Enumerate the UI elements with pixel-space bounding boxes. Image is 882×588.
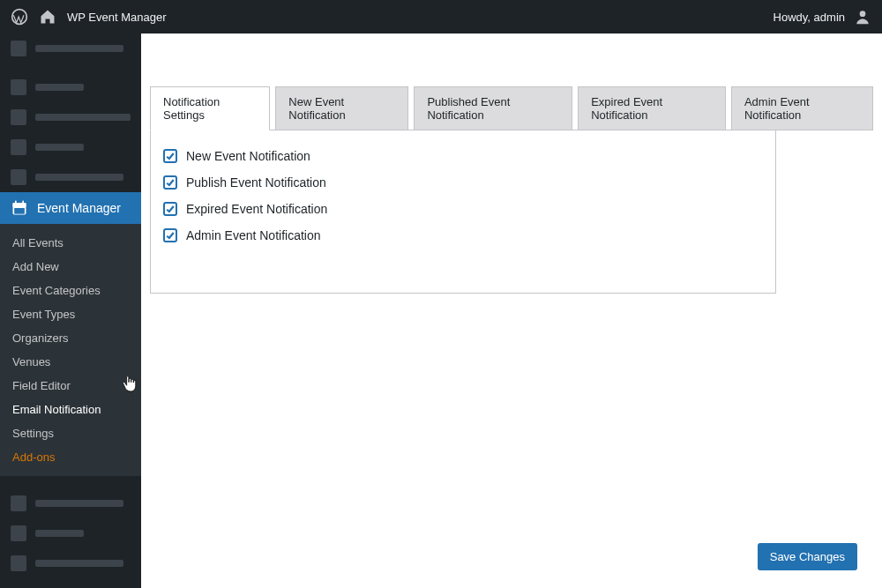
svg-point-1: [860, 11, 866, 17]
submenu-item-venues[interactable]: Venues: [0, 350, 141, 374]
tab-published-event-notification[interactable]: Published Event Notification: [414, 86, 572, 130]
menu-icon-placeholder: [11, 139, 26, 155]
sidebar-item-label: Event Manager: [37, 201, 121, 215]
sidebar-item-placeholder[interactable]: [0, 132, 141, 162]
sidebar-item-placeholder[interactable]: [0, 102, 141, 132]
howdy-label: Howdy, admin: [774, 11, 845, 24]
submenu-item-all-events[interactable]: All Events: [0, 231, 141, 255]
menu-icon-placeholder: [11, 169, 26, 185]
sidebar-item-placeholder[interactable]: [0, 72, 141, 102]
menu-icon-placeholder: [11, 495, 26, 511]
submenu-item-email-notification[interactable]: Email Notification: [0, 398, 141, 421]
settings-tabs: Notification Settings New Event Notifica…: [150, 86, 873, 130]
tab-admin-event-notification[interactable]: Admin Event Notification: [731, 86, 873, 130]
submenu-item-event-types[interactable]: Event Types: [0, 302, 141, 326]
admin-sidebar: Event Manager All Events Add New Event C…: [0, 33, 141, 588]
save-changes-button[interactable]: Save Changes: [758, 543, 857, 570]
admin-bar: WP Event Manager Howdy, admin: [0, 0, 882, 33]
home-icon[interactable]: [39, 8, 56, 26]
settings-panel: New Event Notification Publish Event Not…: [150, 130, 776, 294]
user-avatar-icon[interactable]: [854, 8, 871, 26]
site-title[interactable]: WP Event Manager: [67, 11, 166, 24]
checkbox-label: New Event Notification: [186, 149, 310, 163]
submenu-item-addons[interactable]: Add-ons: [0, 445, 141, 469]
menu-icon-placeholder: [11, 41, 26, 56]
calendar-icon: [11, 199, 28, 217]
submenu-item-event-categories[interactable]: Event Categories: [0, 279, 141, 302]
sidebar-item-placeholder[interactable]: [0, 518, 141, 548]
menu-icon-placeholder: [11, 79, 26, 95]
tab-expired-event-notification[interactable]: Expired Event Notification: [578, 86, 726, 130]
submenu-item-settings[interactable]: Settings: [0, 421, 141, 445]
sidebar-item-placeholder[interactable]: [0, 162, 141, 192]
checkbox-label: Publish Event Notification: [186, 175, 326, 190]
menu-icon-placeholder: [11, 109, 26, 125]
svg-rect-3: [13, 203, 26, 206]
checkbox-row-new-event: New Event Notification: [163, 143, 763, 169]
checkbox-row-publish-event: Publish Event Notification: [163, 169, 763, 196]
svg-rect-4: [15, 201, 17, 205]
checkbox-label: Admin Event Notification: [186, 228, 321, 242]
submenu-item-add-new[interactable]: Add New: [0, 255, 141, 279]
checkbox-admin-event[interactable]: [163, 228, 177, 242]
main-content: Notification Settings New Event Notifica…: [141, 33, 882, 588]
checkbox-new-event[interactable]: [163, 149, 177, 163]
checkbox-row-admin-event: Admin Event Notification: [163, 222, 763, 249]
submenu-item-organizers[interactable]: Organizers: [0, 326, 141, 350]
menu-icon-placeholder: [11, 525, 26, 541]
sidebar-submenu: All Events Add New Event Categories Even…: [0, 224, 141, 476]
tab-new-event-notification[interactable]: New Event Notification: [275, 86, 408, 130]
sidebar-item-placeholder[interactable]: [0, 488, 141, 518]
checkbox-expired-event[interactable]: [163, 202, 177, 216]
wp-logo-icon[interactable]: [11, 8, 28, 26]
checkbox-label: Expired Event Notification: [186, 202, 327, 216]
submenu-item-field-editor[interactable]: Field Editor: [0, 374, 141, 398]
svg-rect-6: [14, 208, 25, 214]
sidebar-item-placeholder[interactable]: [0, 548, 141, 578]
admin-bar-left: WP Event Manager: [11, 8, 166, 26]
checkbox-publish-event[interactable]: [163, 175, 177, 190]
sidebar-item-placeholder[interactable]: [0, 33, 141, 63]
tab-notification-settings[interactable]: Notification Settings: [150, 86, 270, 130]
svg-rect-5: [22, 201, 24, 205]
sidebar-item-event-manager[interactable]: Event Manager: [0, 192, 141, 224]
menu-icon-placeholder: [11, 555, 26, 571]
checkbox-row-expired-event: Expired Event Notification: [163, 196, 763, 222]
admin-bar-right[interactable]: Howdy, admin: [774, 8, 871, 26]
